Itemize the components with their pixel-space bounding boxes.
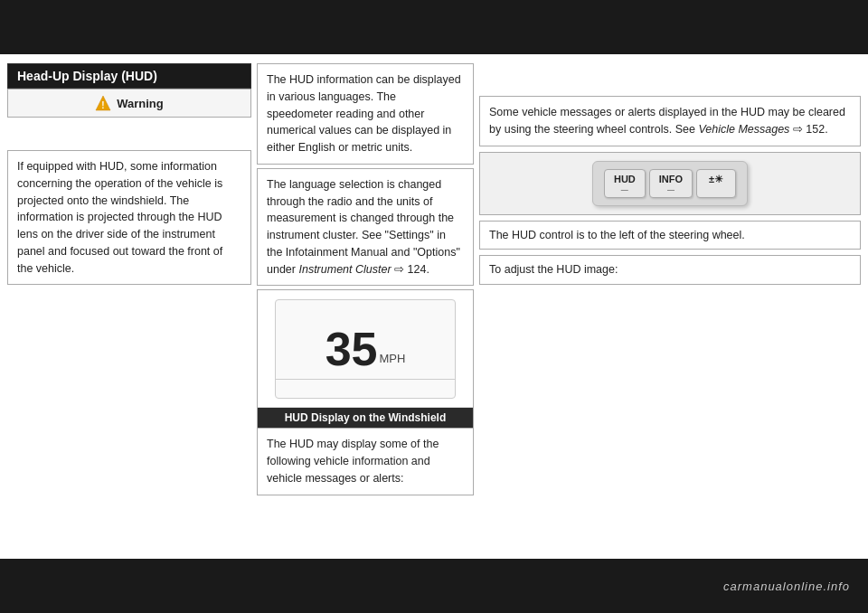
hud-info-text: The HUD may display some of the followin…	[257, 429, 474, 495]
warning-triangle-icon: !	[95, 95, 111, 111]
right-text-1: Some vehicle messages or alerts displaye…	[479, 96, 861, 146]
hud-caption: HUD Display on the Windshield	[258, 408, 473, 428]
content-area: Head-Up Display (HUD) ! Warning If equip…	[0, 54, 868, 559]
hud-image: 35 MPH	[258, 290, 473, 408]
hud-unit: MPH	[379, 352, 405, 365]
hud-screen: 35 MPH	[275, 299, 456, 399]
adjust-text: To adjust the HUD image:	[479, 255, 861, 285]
hud-horizon-line	[276, 379, 455, 380]
hud-speed-group: 35 MPH	[326, 325, 406, 373]
mid-text-2: The language selection is changed throug…	[257, 168, 474, 287]
warning-icon: !	[95, 95, 111, 111]
hud-btn-hud: HUD —	[604, 169, 646, 198]
hud-btn-info: INFO —	[649, 169, 693, 198]
warning-label: Warning	[117, 97, 164, 110]
hud-speed: 35	[326, 325, 378, 373]
right-text-1-content: Some vehicle messages or alerts displaye…	[489, 106, 845, 136]
right-spacer	[479, 63, 861, 90]
right-caption: The HUD control is to the left of the st…	[479, 221, 861, 250]
warning-box: ! Warning	[7, 89, 251, 118]
watermark: carmanualonline.info	[723, 580, 850, 593]
hud-controls-image: HUD — INFO — ±☀	[479, 152, 861, 215]
middle-column: The HUD information can be displayed in …	[257, 63, 474, 550]
hud-buttons-group: HUD — INFO — ±☀	[592, 161, 748, 206]
hud-btn-brightness: ±☀	[696, 169, 736, 198]
page-container: Head-Up Display (HUD) ! Warning If equip…	[0, 0, 868, 613]
mid-text-2-content: The language selection is changed throug…	[267, 178, 460, 276]
bottom-bar: carmanualonline.info	[0, 559, 868, 613]
section-header: Head-Up Display (HUD)	[7, 63, 251, 89]
left-spacer	[7, 118, 251, 145]
left-description: If equipped with HUD, some information c…	[7, 150, 251, 285]
right-column: Some vehicle messages or alerts displaye…	[479, 63, 861, 550]
svg-text:!: !	[102, 100, 105, 110]
mid-text-1: The HUD information can be displayed in …	[257, 63, 474, 165]
top-bar	[0, 0, 868, 54]
hud-display-container: 35 MPH HUD Display on the Windshield	[257, 289, 474, 429]
left-column: Head-Up Display (HUD) ! Warning If equip…	[7, 63, 251, 550]
